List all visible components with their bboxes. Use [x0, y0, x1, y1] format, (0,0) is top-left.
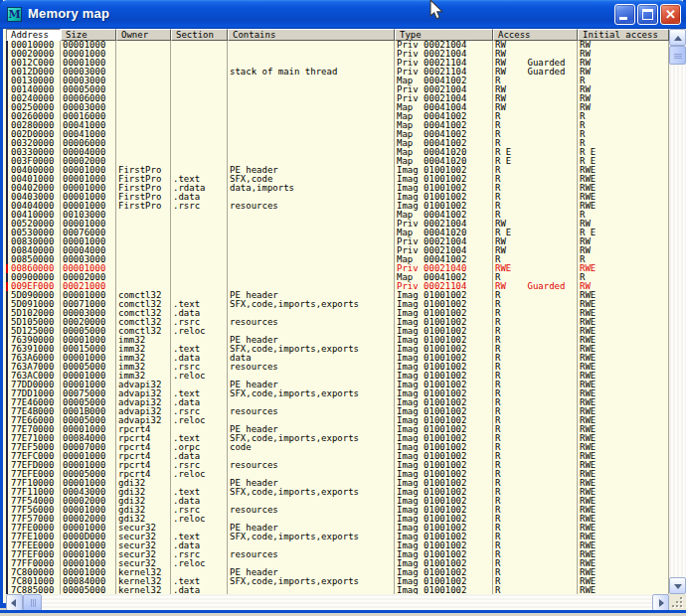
table-row[interactable]: 0026000000016000Map 00041002RR [6, 112, 669, 121]
table-row[interactable]: 763AC00000001000imm32.relocImag 01001002… [6, 372, 669, 381]
table-row[interactable]: 0040400000001000FirstPro.rsrcresourcesIm… [6, 202, 669, 211]
table-row[interactable]: 0013000000003000Map 00041002RR [6, 77, 669, 85]
horizontal-scrollbar[interactable] [6, 594, 669, 611]
table-row[interactable]: 763A700000005000imm32.rsrcresourcesImag … [6, 363, 669, 372]
table-row[interactable]: 77E6600000005000advapi32.relocImag 01001… [6, 416, 669, 425]
table-row[interactable]: 0084000000004000Priv 00021004RWRW [6, 246, 669, 255]
cell-access: R [493, 309, 578, 318]
table-row[interactable]: 0001000000001000Priv 00021004RWRW [6, 41, 669, 50]
table-row[interactable]: 5D10200000003000comctl32.dataImag 010010… [6, 309, 669, 318]
table-row[interactable]: 77EFD00000001000rpcrt4.rsrcresourcesImag… [6, 461, 669, 470]
table-row[interactable]: 77E4B0000001B000advapi32.rsrcresourcesIm… [6, 407, 669, 416]
table-row[interactable]: 77E7100000084000rpcrt4.textSFX,code,impo… [6, 434, 669, 443]
cell-address: 00840000 [6, 246, 61, 255]
scroll-right-button[interactable] [652, 594, 669, 611]
table-row[interactable]: 7C88500000005000kernel32.dataImag 010010… [6, 586, 669, 594]
table-row[interactable]: 5D12500000005000comctl32.relocImag 01001… [6, 327, 669, 336]
cell-section [171, 282, 228, 291]
cell-contains [228, 470, 395, 479]
table-row[interactable]: 002D000000041000Map 00041002RR [6, 130, 669, 139]
table-row[interactable]: 0052000000001000Priv 00021004RWRW [6, 220, 669, 229]
column-header-contains[interactable]: Contains [228, 29, 395, 41]
table-row[interactable]: 0083000000001000Priv 00021004RWRW [6, 237, 669, 246]
table-row[interactable]: 0012D00000003000stack of main threadPriv… [6, 68, 669, 77]
table-row[interactable]: 0040100000001000FirstPro.textSFX,codeIma… [6, 175, 669, 184]
table-row[interactable]: 77EF500000007000rpcrt4.orpccodeImag 0100… [6, 443, 669, 452]
resize-grip[interactable] [669, 594, 686, 611]
close-button[interactable]: ✕ [660, 4, 681, 25]
cell-owner [116, 112, 171, 121]
table-row[interactable]: 0025000000003000Map 00041004RWRW [6, 103, 669, 112]
table-row[interactable]: 77E7000000001000rpcrt4PE headerImag 0100… [6, 425, 669, 434]
table-row[interactable]: 77FEE00000001000secur32.dataImag 0100100… [6, 541, 669, 550]
cell-address: 5D105000 [6, 318, 61, 327]
cell-owner [116, 157, 171, 166]
table-row[interactable]: 77F5400000002000gdi32.dataImag 01001002R… [6, 497, 669, 506]
table-row[interactable]: 0040200000001000FirstPro.rdatadata,impor… [6, 184, 669, 193]
table-row[interactable]: 0032000000006000Map 00041002RR [6, 139, 669, 148]
table-row[interactable]: 77DD000000001000advapi32PE headerImag 01… [6, 381, 669, 389]
table-row[interactable]: 77FE10000000D000secur32.textSFX,code,imp… [6, 533, 669, 541]
column-header-address[interactable]: Address [6, 29, 61, 41]
table-row[interactable]: 77FF000000001000secur32.relocImag 010010… [6, 559, 669, 568]
table-row[interactable]: 77EFE00000005000rpcrt4.relocImag 0100100… [6, 470, 669, 479]
column-header-section[interactable]: Section [171, 29, 228, 41]
table-row[interactable]: 0053000000076000Map 00041020R ER E [6, 229, 669, 237]
title-bar[interactable]: M Memory map ✕ [0, 0, 686, 29]
table-row[interactable]: 77F5600000001000gdi32.rsrcresourcesImag … [6, 506, 669, 515]
table-row[interactable]: 7C80100000084000kernel32.textSFX,code,im… [6, 577, 669, 586]
table-row[interactable]: 0033000000004000Map 00041020R ER E [6, 148, 669, 157]
column-header-initial-access[interactable]: Initial access [578, 29, 669, 41]
table-row[interactable]: 7639000000001000imm32PE headerImag 01001… [6, 336, 669, 345]
table-row[interactable]: 0040300000001000FirstPro.dataImag 010010… [6, 193, 669, 202]
table-row[interactable]: 77FE000000001000secur32PE headerImag 010… [6, 524, 669, 533]
column-header-access[interactable]: Access [493, 29, 578, 41]
cell-type: Map 00041002 [395, 130, 493, 139]
table-row[interactable]: 0012C00000001000Priv 00021104RW GuardedR… [6, 59, 669, 68]
table-row[interactable]: 77F1100000043000gdi32.textSFX,code,impor… [6, 488, 669, 497]
minimize-button[interactable] [614, 4, 635, 25]
cell-initial-access: RWE [578, 175, 669, 184]
cell-contains: data,imports [228, 184, 395, 193]
cell-section: .rsrc [171, 318, 228, 327]
cell-type: Imag 01001002 [395, 434, 493, 443]
table-row[interactable]: 0040000000001000FirstProPE headerImag 01… [6, 166, 669, 175]
cell-size: 00041000 [61, 121, 116, 130]
column-header-type[interactable]: Type [395, 29, 493, 41]
table-row[interactable]: 0041000000103000Map 00041002RR [6, 211, 669, 220]
table-row[interactable]: 77F1000000001000gdi32PE headerImag 01001… [6, 479, 669, 488]
cell-contains [228, 559, 395, 568]
table-row[interactable]: 009EF00000021000Priv 00021104RW GuardedR… [6, 282, 669, 291]
cell-size: 00001000 [61, 568, 116, 577]
table-row[interactable]: 5D10500000020000comctl32.rsrcresourcesIm… [6, 318, 669, 327]
table-row[interactable]: 7639100000015000imm32.textSFX,code,impor… [6, 345, 669, 354]
vertical-scroll-thumb[interactable] [669, 46, 686, 65]
table-row[interactable]: 0002000000001000Priv 00021004RWRW [6, 50, 669, 59]
table-row[interactable]: 763A600000001000imm32.datadataImag 01001… [6, 354, 669, 363]
table-row[interactable]: 0014000000005000Priv 00021004RWRW [6, 85, 669, 94]
table-row[interactable]: 0085000000003000Map 00041002RR [6, 255, 669, 264]
scroll-down-button[interactable] [669, 577, 686, 594]
table-row[interactable]: 0028000000041000Map 00041002RR [6, 121, 669, 130]
table-row[interactable]: 77F5700000002000gdi32.relocImag 01001002… [6, 515, 669, 524]
column-header-size[interactable]: Size [61, 29, 116, 41]
horizontal-scroll-thumb[interactable] [23, 594, 42, 611]
cell-initial-access: RW [578, 68, 669, 77]
table-row[interactable]: 7C80000000001000kernel32PE headerImag 01… [6, 568, 669, 577]
table-row[interactable]: 77DD100000075000advapi32.textSFX,code,im… [6, 389, 669, 398]
scroll-up-button[interactable] [669, 29, 686, 46]
table-row[interactable]: 77E4600000005000advapi32.dataImag 010010… [6, 398, 669, 407]
maximize-button[interactable] [637, 4, 658, 25]
table-row[interactable]: 0090000000002000Map 00041002RR [6, 273, 669, 282]
table-row[interactable]: 77EFC00000001000rpcrt4.dataImag 01001002… [6, 452, 669, 461]
table-row[interactable]: 0024000000006000Priv 00021004RWRW [6, 94, 669, 103]
table-row[interactable]: 5D09000000001000comctl32PE headerImag 01… [6, 291, 669, 300]
memory-map-icon[interactable]: M [7, 7, 22, 22]
table-row[interactable]: 5D09100000071000comctl32.textSFX,code,im… [6, 300, 669, 309]
vertical-scrollbar[interactable] [669, 29, 686, 594]
table-row[interactable]: 77FEF00000001000secur32.rsrcresourcesIma… [6, 550, 669, 559]
table-row[interactable]: 003F000000002000Map 00041020R ER E [6, 157, 669, 166]
table-row[interactable]: 0086000000001000Priv 00021040RWERWE [6, 264, 669, 273]
scroll-left-button[interactable] [6, 594, 23, 611]
column-header-owner[interactable]: Owner [116, 29, 171, 41]
